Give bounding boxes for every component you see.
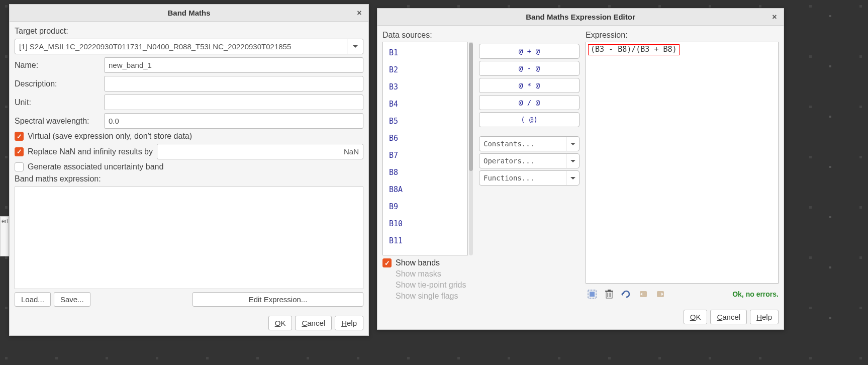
operator-button[interactable]: ( @) bbox=[479, 112, 580, 127]
chevron-down-icon[interactable] bbox=[566, 137, 579, 151]
chevron-down-icon[interactable] bbox=[566, 154, 579, 168]
expression-editor-dialog: Band Maths Expression Editor × Data sour… bbox=[377, 8, 784, 330]
scrollbar[interactable] bbox=[469, 42, 473, 255]
source-item[interactable]: B3 bbox=[383, 78, 467, 96]
undo-icon[interactable] bbox=[620, 288, 633, 301]
source-item[interactable]: B2 bbox=[383, 61, 467, 78]
svg-rect-6 bbox=[605, 291, 613, 292]
source-item[interactable]: B9 bbox=[383, 198, 467, 215]
titlebar[interactable]: Band Maths × bbox=[10, 5, 368, 22]
source-item[interactable]: B1 bbox=[383, 44, 467, 61]
status-text: Ok, no errors. bbox=[732, 290, 779, 298]
constants-combo[interactable]: Constants... bbox=[479, 136, 580, 151]
operators-combo[interactable]: Operators... bbox=[479, 153, 580, 168]
source-item[interactable]: B4 bbox=[383, 96, 467, 113]
band-maths-dialog: Band Maths × Target product: [1] S2A_MSI… bbox=[9, 4, 369, 336]
expression-label: Expression: bbox=[586, 31, 779, 40]
source-item[interactable]: B5 bbox=[383, 113, 467, 130]
show-tiepoints-label: Show tie-point grids bbox=[396, 281, 466, 290]
chevron-down-icon[interactable] bbox=[566, 171, 579, 185]
operator-button[interactable]: @ / @ bbox=[479, 95, 580, 110]
show-bands-label: Show bands bbox=[396, 258, 440, 267]
wavelength-input[interactable] bbox=[104, 113, 363, 129]
replace-nan-checkbox[interactable] bbox=[15, 147, 24, 156]
virtual-label: Virtual (save expression only, don't sto… bbox=[28, 132, 192, 141]
source-item[interactable]: B8A bbox=[383, 181, 467, 198]
show-flags-label: Show single flags bbox=[396, 292, 458, 301]
operator-button[interactable]: @ - @ bbox=[479, 61, 580, 76]
trash-icon[interactable] bbox=[603, 288, 616, 301]
background-stub: ert bbox=[0, 216, 9, 256]
name-label: Name: bbox=[15, 61, 100, 70]
description-input[interactable] bbox=[104, 76, 363, 92]
help-button[interactable]: Help bbox=[750, 310, 779, 324]
source-item[interactable]: B11 bbox=[383, 232, 467, 249]
target-product-label: Target product: bbox=[15, 27, 363, 36]
edit-expression-button[interactable]: Edit Expression... bbox=[192, 292, 363, 307]
show-masks-label: Show masks bbox=[396, 269, 441, 279]
source-item[interactable]: B7 bbox=[383, 147, 467, 164]
cancel-button[interactable]: Cancel bbox=[710, 310, 747, 324]
name-input[interactable] bbox=[104, 57, 363, 73]
close-icon[interactable]: × bbox=[768, 11, 781, 23]
help-button[interactable]: Help bbox=[335, 316, 363, 330]
close-icon[interactable]: × bbox=[353, 7, 365, 19]
operator-button[interactable]: @ + @ bbox=[479, 44, 580, 59]
cancel-button[interactable]: Cancel bbox=[295, 316, 332, 330]
replace-nan-input[interactable] bbox=[157, 144, 363, 159]
data-sources-list[interactable]: B1B2B3B4B5B6B7B8B8AB9B10B11 bbox=[382, 42, 468, 255]
uncertainty-checkbox[interactable] bbox=[15, 162, 24, 171]
ok-button[interactable]: OK bbox=[684, 310, 708, 324]
history-forward-icon[interactable] bbox=[654, 288, 667, 301]
functions-combo[interactable]: Functions... bbox=[479, 170, 580, 186]
replace-nan-label: Replace NaN and infinity results by bbox=[28, 147, 153, 156]
target-product-value[interactable]: [1] S2A_MSIL1C_20220930T011731_N0400_R08… bbox=[15, 39, 347, 54]
source-item[interactable]: B10 bbox=[383, 215, 467, 232]
show-bands-checkbox[interactable] bbox=[382, 258, 392, 267]
title-text: Band Maths Expression Editor bbox=[526, 13, 635, 21]
operator-button[interactable]: @ * @ bbox=[479, 78, 580, 93]
source-item[interactable]: B6 bbox=[383, 130, 467, 147]
virtual-checkbox[interactable] bbox=[15, 132, 24, 141]
load-button[interactable]: Load... bbox=[15, 292, 51, 307]
wavelength-label: Spectral wavelength: bbox=[15, 117, 100, 126]
target-product-combo[interactable]: [1] S2A_MSIL1C_20220930T011731_N0400_R08… bbox=[15, 39, 363, 54]
svg-rect-7 bbox=[608, 290, 611, 291]
svg-marker-8 bbox=[621, 292, 623, 296]
titlebar[interactable]: Band Maths Expression Editor × bbox=[377, 9, 784, 26]
expression-area[interactable] bbox=[15, 187, 363, 289]
title-text: Band Maths bbox=[167, 9, 210, 17]
svg-rect-1 bbox=[590, 292, 595, 297]
ok-button[interactable]: OK bbox=[268, 316, 293, 330]
unit-input[interactable] bbox=[104, 95, 363, 110]
source-item[interactable]: B8 bbox=[383, 164, 467, 181]
unit-label: Unit: bbox=[15, 98, 100, 107]
expression-label: Band maths expression: bbox=[15, 174, 363, 184]
expression-textarea[interactable]: (B3 - B8)/(B3 + B8) bbox=[586, 42, 779, 284]
select-all-icon[interactable] bbox=[586, 288, 599, 301]
chevron-down-icon[interactable] bbox=[347, 39, 363, 54]
expression-text: (B3 - B8)/(B3 + B8) bbox=[588, 44, 680, 55]
description-label: Description: bbox=[15, 79, 100, 88]
uncertainty-label: Generate associated uncertainty band bbox=[28, 162, 163, 171]
data-sources-label: Data sources: bbox=[382, 31, 473, 40]
save-button[interactable]: Save... bbox=[54, 292, 90, 307]
history-back-icon[interactable] bbox=[637, 288, 650, 301]
